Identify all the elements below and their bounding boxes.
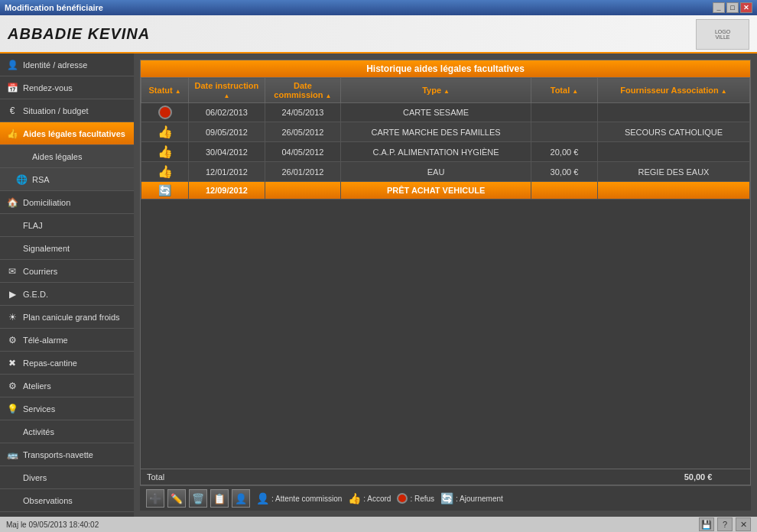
sidebar-label-courriers: Courriers — [23, 267, 57, 276]
cell-1-3: CARTE MARCHE DES FAMILLES — [341, 122, 531, 142]
sidebar-item-services[interactable]: 💡Services — [0, 397, 134, 420]
close-icon[interactable]: ✕ — [736, 517, 751, 531]
col-header-date_commission[interactable]: Date commission ▲ — [265, 78, 341, 103]
sidebar-icon-repas-cantine: ✖ — [6, 357, 18, 369]
sidebar-icon-aides-legales-facultatives: 👍 — [6, 128, 18, 140]
col-header-type[interactable]: Type ▲ — [341, 78, 531, 103]
sidebar-label-services: Services — [23, 404, 55, 414]
sidebar-item-ateliers[interactable]: ⚙Ateliers — [0, 375, 134, 397]
legend-ajournement-label: : Ajournement — [456, 495, 503, 503]
edit-button[interactable]: ✏️ — [167, 489, 186, 508]
cell-0-1: 06/02/2013 — [189, 103, 265, 122]
legend-accord-label: : Accord — [363, 495, 391, 503]
help-icon[interactable]: ? — [717, 517, 733, 531]
statusbar: Maj le 09/05/2013 18:40:02 💾 ? ✕ — [0, 517, 757, 532]
legend-refus-label: : Refus — [410, 495, 434, 503]
table-row[interactable]: 👍09/05/201226/05/2012CARTE MARCHE DES FA… — [141, 122, 750, 142]
sidebar-icon-plan-canicule: ☀ — [6, 311, 18, 323]
cell-0-3: CARTE SESAME — [341, 103, 531, 122]
col-header-statut[interactable]: Statut ▲ — [141, 78, 189, 103]
add-button[interactable]: ➕ — [146, 489, 164, 508]
cell-2-2: 04/05/2012 — [265, 142, 341, 162]
legend-refus: : Refus — [397, 493, 434, 504]
sidebar-icon-courriers: ✉ — [6, 265, 18, 277]
sidebar-icon-ged: ▶ — [6, 288, 18, 300]
table-row[interactable]: 👍12/01/201226/01/2012EAU30,00 €REGIE DES… — [141, 162, 750, 182]
total-value: 50,00 € — [683, 472, 744, 482]
delete-button[interactable]: 🗑️ — [189, 489, 207, 508]
sort-icon-fournisseur: ▲ — [721, 88, 727, 95]
sort-icon-total: ▲ — [572, 88, 578, 95]
sidebar-item-rsa[interactable]: 🌐RSA — [0, 168, 134, 191]
sidebar-label-identite: Identité / adresse — [23, 60, 87, 70]
close-button[interactable]: ✕ — [740, 2, 752, 13]
table-body: 06/02/201324/05/2013CARTE SESAME👍09/05/2… — [141, 103, 750, 200]
sidebar-item-observations[interactable]: Observations — [0, 489, 134, 512]
sidebar-item-plan-canicule[interactable]: ☀Plan canicule grand froids — [0, 306, 134, 329]
main-layout: 👤Identité / adresse📅Rendez-vous€Situatio… — [0, 54, 757, 517]
minimize-button[interactable]: _ — [713, 2, 725, 13]
sidebar-item-divers[interactable]: Divers — [0, 466, 134, 489]
sort-icon-date_commission: ▲ — [326, 92, 332, 99]
cell-4-3: PRÊT ACHAT VEHICULE — [341, 182, 531, 200]
col-header-date_instruction[interactable]: Date instruction ▲ — [189, 78, 265, 103]
person-button[interactable]: 👤 — [232, 489, 250, 508]
col-header-fournisseur[interactable]: Fournisseur Association ▲ — [598, 78, 750, 103]
sidebar-item-activites[interactable]: Activités — [0, 420, 134, 443]
sidebar-icon-situation: € — [6, 105, 18, 117]
sidebar-label-plan-canicule: Plan canicule grand froids — [23, 313, 120, 322]
titlebar-title: Modification bénéficiaire — [5, 3, 103, 12]
sidebar-item-repas-cantine[interactable]: ✖Repas-cantine — [0, 352, 134, 375]
copy-button[interactable]: 📋 — [210, 489, 229, 508]
legend-attente-label: : Attente commission — [271, 495, 342, 503]
legend-accord: 👍 : Accord — [348, 492, 391, 504]
sidebar-label-flaj: FLAJ — [23, 221, 43, 230]
sidebar-item-tele-alarme[interactable]: ⚙Télé-alarme — [0, 329, 134, 352]
save-icon[interactable]: 💾 — [699, 517, 714, 531]
sidebar-icon-rendez-vous: 📅 — [6, 82, 18, 94]
sidebar-item-flaj[interactable]: FLAJ — [0, 214, 134, 237]
cell-3-3: EAU — [341, 162, 531, 182]
table-row[interactable]: 🔄12/09/2012PRÊT ACHAT VEHICULE — [141, 182, 750, 200]
sidebar-label-situation: Situation / budget — [23, 106, 89, 115]
cell-3-4: 30,00 € — [531, 162, 597, 182]
maximize-button[interactable]: □ — [726, 2, 739, 13]
table-row[interactable]: 06/02/201324/05/2013CARTE SESAME — [141, 103, 750, 122]
app-header: ABBADIE KEVINA LOGOVILLE — [0, 15, 757, 54]
cell-1-5: SECOURS CATHOLIQUE — [598, 122, 750, 142]
sidebar-icon-transports-navette: 🚌 — [6, 449, 18, 461]
sidebar-item-aides-legales[interactable]: Aides légales — [0, 145, 134, 168]
sidebar-label-domiciliation: Domiciliation — [23, 198, 70, 207]
sidebar-item-domiciliation[interactable]: 🏠Domiciliation — [0, 191, 134, 214]
sidebar-item-courriers[interactable]: ✉Courriers — [0, 260, 134, 283]
legend-attente: 👤 : Attente commission — [256, 492, 342, 504]
sidebar-item-signalement[interactable]: Signalement — [0, 237, 134, 260]
titlebar-controls: _ □ ✕ — [713, 2, 752, 13]
statusbar-text: Maj le 09/05/2013 18:40:02 — [6, 521, 99, 529]
cell-1-2: 26/05/2012 — [265, 122, 341, 142]
sidebar-item-situation[interactable]: €Situation / budget — [0, 99, 134, 122]
sidebar-item-aides-legales-facultatives[interactable]: 👍Aides légales facultatives — [0, 122, 134, 145]
sidebar-item-identite[interactable]: 👤Identité / adresse — [0, 54, 134, 76]
sidebar-item-transports-navette[interactable]: 🚌Transports-navette — [0, 443, 134, 466]
sidebar-item-ged[interactable]: ▶G.E.D. — [0, 283, 134, 306]
sidebar-label-rendez-vous: Rendez-vous — [23, 83, 73, 92]
cell-2-4: 20,00 € — [531, 142, 597, 162]
sidebar-icon-divers — [6, 472, 18, 484]
table-title: Historique aides légales facultatives — [141, 60, 750, 77]
sidebar-item-rendez-vous[interactable]: 📅Rendez-vous — [0, 76, 134, 99]
cell-3-2: 26/01/2012 — [265, 162, 341, 182]
app-logo: LOGOVILLE — [696, 19, 749, 50]
cell-2-0: 👍 — [141, 142, 189, 162]
sidebar-icon-aides-legales — [15, 151, 28, 163]
titlebar: Modification bénéficiaire _ □ ✕ — [0, 0, 757, 15]
table-wrapper[interactable]: Statut ▲Date instruction ▲Date commissio… — [141, 77, 750, 469]
bottom-toolbar: ➕ ✏️ 🗑️ 📋 👤 👤 : Attente commission 👍 : A… — [140, 485, 751, 511]
sidebar-icon-domiciliation: 🏠 — [6, 196, 18, 209]
col-header-total[interactable]: Total ▲ — [531, 78, 597, 103]
sidebar-label-aides-legales-facultatives: Aides légales facultatives — [23, 129, 125, 138]
cell-3-5: REGIE DES EAUX — [598, 162, 750, 182]
sidebar-label-aides-legales: Aides légales — [32, 152, 82, 161]
cell-1-0: 👍 — [141, 122, 189, 142]
table-row[interactable]: 👍30/04/201204/05/2012C.A.P. ALIMENTATION… — [141, 142, 750, 162]
